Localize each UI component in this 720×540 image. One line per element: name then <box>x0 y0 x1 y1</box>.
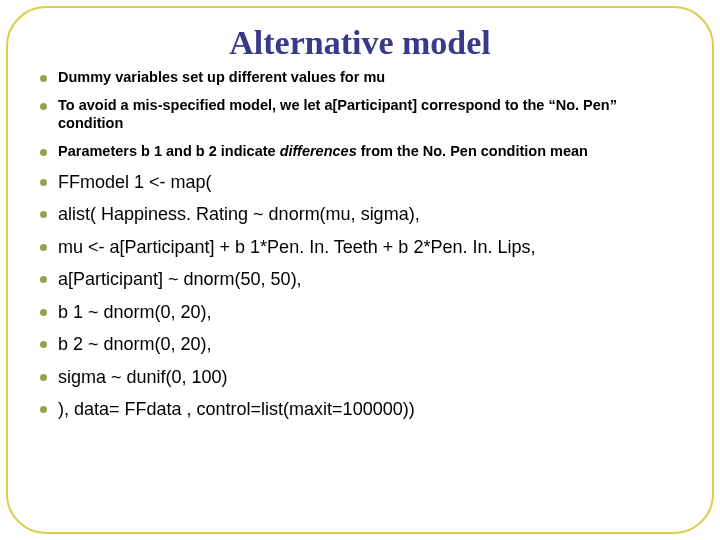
bullet-item: b 2 ~ dnorm(0, 20), <box>36 333 684 356</box>
slide-frame: Alternative model Dummy variables set up… <box>6 6 714 534</box>
bullet-list: Dummy variables set up different values … <box>36 68 684 421</box>
bullet-item: mu <- a[Participant] + b 1*Pen. In. Teet… <box>36 236 684 259</box>
bullet-item: alist( Happiness. Rating ~ dnorm(mu, sig… <box>36 203 684 226</box>
bullet-item: Parameters b 1 and b 2 indicate differen… <box>36 142 684 160</box>
bullet-item: To avoid a mis-specified model, we let a… <box>36 96 684 132</box>
bullet-item: sigma ~ dunif(0, 100) <box>36 366 684 389</box>
slide: Alternative model Dummy variables set up… <box>0 0 720 540</box>
bullet-item: ), data= FFdata , control=list(maxit=100… <box>36 398 684 421</box>
bullet-text: Parameters b 1 and b 2 indicate <box>58 143 280 159</box>
bullet-item: b 1 ~ dnorm(0, 20), <box>36 301 684 324</box>
bullet-text: from the No. Pen condition mean <box>357 143 588 159</box>
bullet-item: Dummy variables set up different values … <box>36 68 684 86</box>
bullet-text-italic: differences <box>280 143 357 159</box>
slide-title: Alternative model <box>36 24 684 62</box>
bullet-item: a[Participant] ~ dnorm(50, 50), <box>36 268 684 291</box>
bullet-item: FFmodel 1 <- map( <box>36 171 684 194</box>
